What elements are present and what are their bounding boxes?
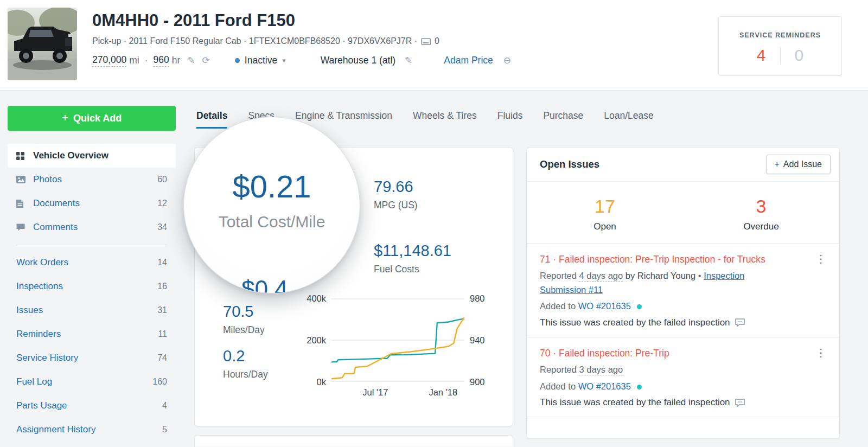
add-issue-label: Add Issue [783,159,822,169]
vehicle-subtitle: Pick-up · 2011 Ford F150 Regular Cab · 1… [92,36,417,46]
service-reminders-label: SERVICE REMINDERS [719,31,841,39]
odometer-value[interactable]: 270,000 [92,54,126,67]
status-dropdown[interactable]: Inactive ▾ [235,55,286,66]
tab-loan-lease[interactable]: Loan/Lease [604,110,653,129]
kebab-menu-icon[interactable]: ⋮ [810,250,832,267]
add-issue-button[interactable]: + Add Issue [766,155,831,174]
edit-location-icon[interactable]: ✎ [405,56,412,65]
tab-fluids[interactable]: Fluids [497,110,523,129]
chart-x-axis: Jul '17 Jan '18 [331,382,464,400]
operator-link[interactable]: Adam Price [444,55,493,66]
service-reminders-upcoming-count: 0 [795,46,804,65]
service-reminders-box[interactable]: SERVICE REMINDERS 4 0 [718,16,842,76]
remove-operator-icon[interactable]: ⊖ [503,56,511,65]
work-order-link[interactable]: WO #201635 [578,381,631,391]
sidebar-item-comments[interactable]: Comments 34 [8,215,176,239]
issue-reported-line: Reported 4 days ago by Richard Young • I… [540,269,778,297]
stat-fuel-costs-value: $11,148.61 [374,242,451,260]
sidebar-item-label: Work Orders [16,257,157,268]
issue-added-line: Added to WO #201635 [540,380,778,394]
comment-icon [16,224,26,231]
reported-time[interactable]: 3 days ago [579,365,623,375]
issue-added-line: Added to WO #201635 [540,299,778,314]
axis-tick: 900 [470,377,485,387]
sidebar-item-issues[interactable]: Issues 31 [8,298,176,322]
sidebar-item-inspections[interactable]: Inspections 16 [8,274,176,298]
edit-meters-icon[interactable]: ✎ [187,56,195,65]
quick-add-button[interactable]: + Quick Add [8,106,176,131]
issues-overdue-count: 3 [683,196,839,217]
issue-note-text: This issue was created by the failed ins… [540,397,730,408]
reported-time[interactable]: 4 days ago [579,271,623,282]
axis-tick: 940 [470,335,485,346]
truck-photo-art [8,8,77,80]
issue-note-line: This issue was created by the failed ins… [540,397,826,408]
sidebar-item-reminders[interactable]: Reminders 11 [8,322,176,346]
chart-left-axis: 400k 200k 0k [296,298,326,382]
magnifier-lens-overlay: $0.21 Total Cost/Mile $0.4 [183,117,360,293]
issue-note-line: This issue was created by the failed ins… [540,317,826,328]
open-issues-card: Open Issues + Add Issue 17 Open 3 [526,147,840,439]
stat-fuel-costs: $11,148.61 Fuel Costs [374,242,451,275]
sidebar-item-fuel-log[interactable]: Fuel Log 160 [8,370,176,394]
page-content: + Quick Add Vehicle Overview Photos 60 [0,91,868,446]
sidebar-item-vehicle-overview[interactable]: Vehicle Overview [8,144,176,168]
refresh-meters-icon[interactable]: ⟳ [202,56,210,65]
sidebar-item-parts-usage[interactable]: Parts Usage 4 [8,394,176,418]
status-dot-icon [235,58,240,63]
sidebar-item-count: 31 [157,305,167,315]
kebab-menu-icon[interactable]: ⋮ [810,344,832,361]
vehicle-header: 0M4HH0 - 2011 Ford F150 Pick-up · 2011 F… [0,0,868,91]
sidebar-item-label: Comments [33,222,157,233]
sidebar-item-label: Assignment History [16,424,162,435]
tab-details[interactable]: Details [196,110,227,129]
issue-list-item: 70 · Failed inspection: Pre-Trip ⋮ Repor… [527,337,839,417]
issues-open-summary[interactable]: 17 Open [527,196,683,232]
sidebar-item-service-history[interactable]: Service History 74 [8,346,176,370]
sidebar-item-count: 14 [157,258,167,267]
odometer-unit: mi [129,55,139,66]
work-order-status-dot [637,385,642,389]
stat-mpg-value: 79.66 [374,178,418,196]
axis-tick: Jan '18 [429,387,457,398]
chart-right-axis: 980 940 900 [470,298,493,382]
sidebar-item-photos[interactable]: Photos 60 [8,168,176,191]
issue-title-link[interactable]: 71 · Failed inspection: Pre-Trip Inspect… [540,252,778,266]
stat-hours-per-day-value: 0.2 [223,347,268,365]
work-order-link[interactable]: WO #201635 [578,301,631,311]
stat-miles-per-day-value: 70.5 [223,303,265,321]
sidebar-nav: Vehicle Overview Photos 60 Documents 12 [8,144,176,442]
sidebar-item-count: 160 [152,377,167,387]
sidebar-item-assignment-history[interactable]: Assignment History 5 [8,418,176,442]
stat-hours-per-day-label: Hours/Day [223,369,268,380]
linked-vehicle-count: 0 [435,36,439,46]
comment-bubble-icon [735,399,745,407]
photo-icon [16,176,26,183]
sidebar-item-documents[interactable]: Documents 12 [8,191,176,215]
comment-bubble-icon [735,318,745,327]
sidebar-item-count: 11 [158,329,167,339]
tab-purchase[interactable]: Purchase [543,110,583,129]
stat-miles-per-day-label: Miles/Day [223,324,265,336]
sidebar-divider [16,245,167,245]
sidebar-item-label: Inspections [16,281,157,292]
issue-note-text: This issue was created by the failed ins… [540,317,730,328]
stat-mpg: 79.66 MPG (US) [374,178,418,211]
reported-prefix: Reported [540,365,577,374]
sidebar-item-label: Vehicle Overview [33,150,167,161]
issues-overdue-summary[interactable]: 3 Overdue [683,196,839,232]
sidebar-item-label: Photos [33,174,157,185]
service-reminders-values: 4 0 [719,46,841,65]
plus-icon: + [775,159,780,169]
tab-wheels-tires[interactable]: Wheels & Tires [413,110,477,129]
hours-value[interactable]: 960 [154,54,169,67]
stat-miles-per-day: 70.5 Miles/Day [223,303,265,336]
issue-title-link[interactable]: 70 · Failed inspection: Pre-Trip [540,346,778,360]
vehicle-photo[interactable] [8,8,77,80]
issues-summary: 17 Open 3 Overdue [527,182,839,244]
sidebar-item-work-orders[interactable]: Work Orders 14 [8,251,176,274]
sidebar-item-label: Reminders [16,329,158,340]
chart-plot-area [331,298,464,382]
issues-overdue-label: Overdue [683,221,839,232]
lens-stat-label: Total Cost/Mile [184,213,360,231]
